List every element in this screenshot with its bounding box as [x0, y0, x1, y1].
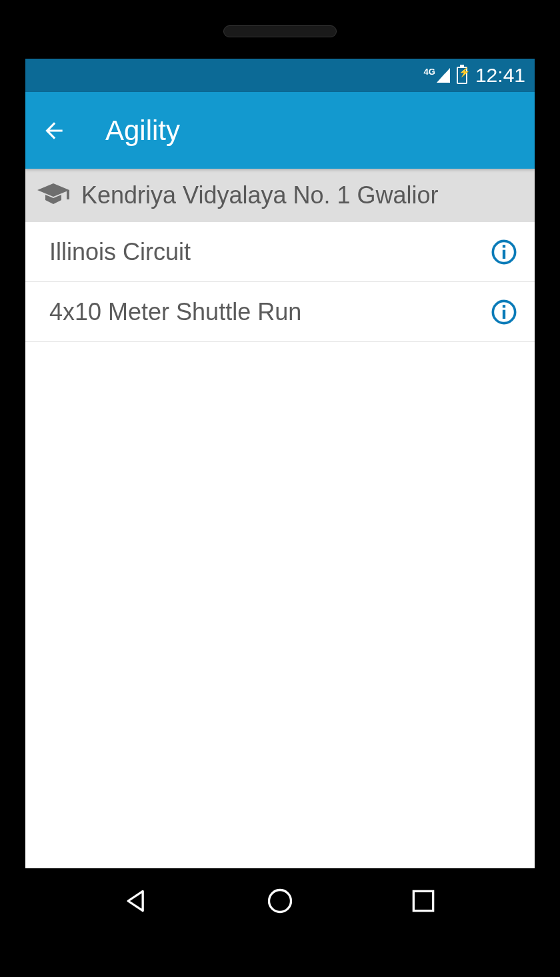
svg-point-6	[269, 890, 291, 912]
school-header: Kendriya Vidyalaya No. 1 Gwalior	[25, 169, 535, 222]
app-bar: Agility	[25, 92, 535, 169]
android-nav-bar	[25, 868, 535, 934]
svg-rect-1	[503, 249, 505, 258]
graduation-cap-icon	[37, 179, 69, 211]
list-item-label: 4x10 Meter Shuttle Run	[49, 298, 301, 326]
test-item-shuttle-run[interactable]: 4x10 Meter Shuttle Run	[25, 282, 535, 342]
page-title: Agility	[105, 115, 180, 147]
square-recent-icon	[409, 886, 438, 916]
status-icons: 4G 12:41	[424, 64, 525, 87]
svg-rect-2	[503, 245, 505, 247]
nav-recent-button[interactable]	[407, 885, 439, 917]
device-frame: 4G 12:41 Agility Kendriya Vidyalaya No. …	[0, 0, 560, 977]
info-icon	[491, 299, 517, 325]
school-name: Kendriya Vidyalaya No. 1 Gwalior	[81, 181, 439, 209]
network-4g-label: 4G	[424, 67, 435, 77]
info-button[interactable]	[491, 299, 517, 325]
arrow-left-icon	[41, 118, 67, 143]
signal-icon	[437, 68, 450, 83]
nav-home-button[interactable]	[264, 885, 296, 917]
info-button[interactable]	[491, 239, 517, 265]
status-bar: 4G 12:41	[25, 59, 535, 92]
device-speaker	[223, 25, 337, 37]
screen-area: 4G 12:41 Agility Kendriya Vidyalaya No. …	[25, 59, 535, 934]
back-button[interactable]	[41, 118, 67, 143]
nav-back-button[interactable]	[121, 885, 153, 917]
circle-home-icon	[265, 886, 295, 916]
test-item-illinois-circuit[interactable]: Illinois Circuit	[25, 222, 535, 282]
triangle-back-icon	[122, 886, 151, 916]
svg-rect-5	[503, 305, 505, 307]
battery-charging-icon	[457, 67, 467, 84]
svg-rect-7	[413, 891, 433, 910]
list-item-label: Illinois Circuit	[49, 238, 191, 266]
clock-time: 12:41	[475, 64, 525, 87]
svg-rect-4	[503, 309, 505, 318]
info-icon	[491, 239, 517, 265]
